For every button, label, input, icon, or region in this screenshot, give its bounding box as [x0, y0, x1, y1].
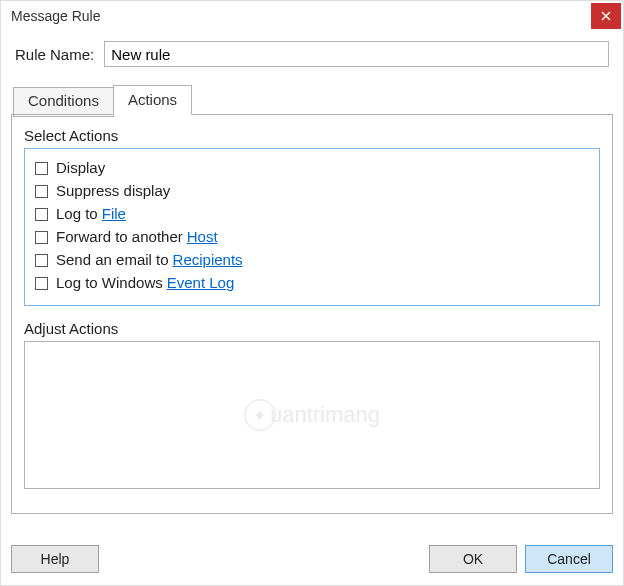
title-bar: Message Rule	[1, 1, 623, 31]
adjust-actions-box: ✦ uantrimang	[24, 341, 600, 489]
checkbox-log-file[interactable]	[35, 208, 48, 221]
link-event-log[interactable]: Event Log	[167, 272, 235, 294]
help-button[interactable]: Help	[11, 545, 99, 573]
tab-conditions[interactable]: Conditions	[13, 87, 114, 117]
checkbox-forward-host[interactable]	[35, 231, 48, 244]
cancel-button[interactable]: Cancel	[525, 545, 613, 573]
close-button[interactable]	[591, 3, 621, 29]
watermark: ✦ uantrimang	[244, 399, 380, 431]
action-row-send-email[interactable]: Send an email to Recipients	[35, 249, 589, 271]
rule-name-input[interactable]	[104, 41, 609, 67]
checkbox-send-email[interactable]	[35, 254, 48, 267]
dialog-buttons: Help OK Cancel	[11, 545, 613, 573]
action-text: Log to Windows	[56, 272, 163, 294]
checkbox-display[interactable]	[35, 162, 48, 175]
action-text: Forward to another	[56, 226, 183, 248]
link-recipients[interactable]: Recipients	[173, 249, 243, 271]
link-file[interactable]: File	[102, 203, 126, 225]
tab-panel-actions: Select Actions Display Suppress display …	[11, 114, 613, 514]
link-host[interactable]: Host	[187, 226, 218, 248]
tab-actions[interactable]: Actions	[113, 85, 192, 115]
select-actions-box: Display Suppress display Log to File For…	[24, 148, 600, 306]
adjust-actions-label: Adjust Actions	[24, 320, 600, 337]
rule-name-row: Rule Name:	[11, 41, 613, 67]
action-text: Suppress display	[56, 180, 170, 202]
checkbox-event-log[interactable]	[35, 277, 48, 290]
action-row-forward-host[interactable]: Forward to another Host	[35, 226, 589, 248]
tabs-header: Conditions Actions	[13, 85, 613, 115]
action-text: Log to	[56, 203, 98, 225]
action-row-display[interactable]: Display	[35, 157, 589, 179]
action-row-suppress[interactable]: Suppress display	[35, 180, 589, 202]
action-text: Display	[56, 157, 105, 179]
window-title: Message Rule	[11, 8, 101, 24]
close-icon	[601, 11, 611, 21]
action-row-log-file[interactable]: Log to File	[35, 203, 589, 225]
action-text: Send an email to	[56, 249, 169, 271]
action-row-event-log[interactable]: Log to Windows Event Log	[35, 272, 589, 294]
rule-name-label: Rule Name:	[15, 46, 94, 63]
select-actions-label: Select Actions	[24, 127, 600, 144]
checkbox-suppress[interactable]	[35, 185, 48, 198]
ok-button[interactable]: OK	[429, 545, 517, 573]
